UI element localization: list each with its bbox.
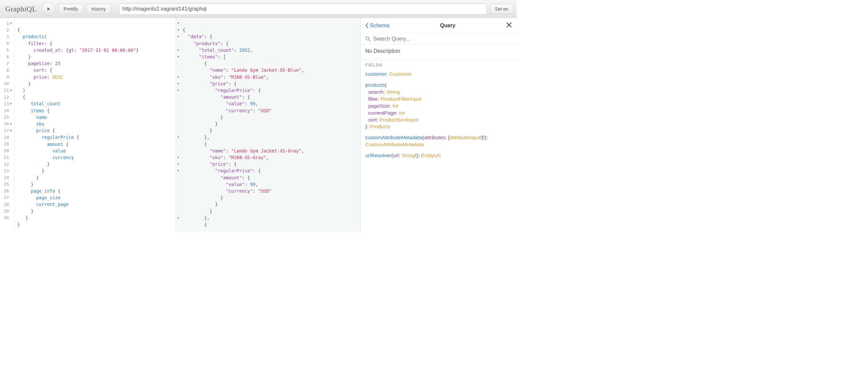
fold-marker-icon — [176, 201, 181, 208]
code-token: } — [28, 81, 31, 86]
line-number: 26 — [0, 188, 13, 194]
prettify-button[interactable]: Prettify — [58, 4, 83, 14]
fold-marker-icon — [176, 121, 181, 127]
json-token: , — [250, 48, 253, 53]
json-token: "data" — [188, 34, 204, 39]
code-token: current_page — [36, 202, 69, 207]
fold-marker-icon[interactable]: ▼ — [10, 22, 12, 25]
fold-marker-icon[interactable]: ▼ — [176, 33, 181, 40]
main-split: 1▼234567891011▼1213▼141516▼17▼1819202122… — [0, 18, 517, 232]
fold-marker-icon — [176, 100, 181, 107]
fold-marker-icon — [176, 174, 181, 181]
query-editor[interactable]: { products( filter: { created_at: {gt: "… — [14, 18, 176, 232]
fold-marker-icon[interactable]: ▼ — [176, 134, 181, 141]
code-token: } — [47, 161, 50, 167]
fold-marker-icon — [176, 107, 181, 114]
json-token: : { — [253, 168, 261, 173]
code-token: } — [136, 48, 139, 53]
doc-field-customattributemetadata[interactable]: customAttributeMetadata(attributes: [Att… — [365, 134, 512, 148]
svg-line-1 — [369, 39, 370, 41]
result-viewer[interactable]: { "data": { "products": { "total_count":… — [181, 18, 360, 232]
json-token: } — [210, 128, 212, 133]
fold-marker-icon[interactable]: ▼ — [10, 129, 12, 132]
doc-close-button[interactable] — [506, 21, 512, 30]
code-token: { — [50, 128, 55, 133]
fold-marker-icon — [176, 221, 181, 228]
field-punc: : — [396, 110, 399, 116]
fold-marker-icon[interactable]: ▼ — [176, 74, 181, 80]
line-number: 13▼ — [0, 100, 13, 107]
fold-marker-icon[interactable]: ▼ — [10, 89, 12, 92]
line-number: 28 — [0, 201, 13, 208]
graphiql-app: GraphiQL Prettify History Set en 1▼23456… — [0, 0, 517, 232]
type-name: String — [386, 89, 400, 95]
code-token: { — [74, 135, 80, 140]
json-token: "currency" — [226, 108, 253, 113]
fold-marker-icon[interactable]: ▼ — [176, 27, 181, 33]
json-token: : — [226, 67, 231, 73]
json-token: { — [204, 142, 207, 147]
json-token: "USD" — [258, 188, 272, 194]
json-token: , — [255, 182, 258, 187]
code-token: gt — [68, 48, 74, 53]
line-number: 18 — [0, 134, 13, 141]
code-token: page_info — [31, 188, 55, 194]
fold-marker-icon[interactable]: ▼ — [176, 168, 181, 174]
field-punc: !]!): — [480, 135, 488, 140]
line-number: 1▼ — [0, 20, 13, 27]
code-token: total_count — [31, 101, 60, 106]
arg-name: filter — [368, 96, 378, 102]
fold-marker-icon — [176, 181, 181, 188]
fold-marker-icon — [176, 148, 181, 154]
line-number: 21 — [0, 154, 13, 161]
json-token: : { — [204, 34, 212, 39]
doc-field-customer[interactable]: customer: Customer — [365, 71, 512, 78]
code-token: pageSize — [28, 61, 50, 66]
doc-search-input[interactable] — [373, 36, 512, 42]
doc-back-button[interactable]: Schema — [365, 23, 390, 29]
json-token: "regularPrice" — [215, 168, 253, 173]
code-token: } — [31, 182, 34, 187]
search-icon — [365, 36, 371, 41]
json-token: { — [204, 222, 207, 227]
field-punc: ( — [385, 82, 386, 88]
execute-button[interactable] — [42, 2, 55, 16]
fold-marker-icon[interactable]: ▼ — [10, 122, 12, 125]
code-token: { — [44, 108, 50, 113]
arg-name: search — [368, 89, 384, 95]
field-punc: !): — [415, 152, 421, 158]
fold-marker-icon[interactable]: ▼ — [176, 54, 181, 60]
fold-marker-icon[interactable]: ▼ — [176, 47, 181, 54]
json-token: : — [245, 101, 250, 106]
doc-field-products[interactable]: products( search: String filter: Product… — [365, 82, 512, 130]
fold-marker-icon[interactable]: ▼ — [176, 161, 181, 168]
code-token: 25 — [55, 61, 60, 66]
code-token: ) — [23, 88, 25, 93]
history-button[interactable]: History — [86, 4, 111, 14]
code-token: : { — [44, 67, 52, 73]
set-endpoint-button[interactable]: Set en — [490, 4, 514, 14]
fold-marker-icon[interactable]: ▼ — [176, 20, 181, 27]
doc-field-urlresolver[interactable]: urlResolver(url: String!): EntityUrl — [365, 152, 512, 159]
fold-marker-icon[interactable]: ▼ — [176, 80, 181, 87]
json-token: }, — [204, 215, 210, 220]
code-token: ( — [44, 34, 47, 39]
svg-point-0 — [366, 37, 369, 40]
fold-marker-icon[interactable]: ▼ — [176, 214, 181, 221]
json-token: }, — [204, 135, 210, 140]
json-token: : { — [220, 41, 228, 46]
fold-marker-icon[interactable]: ▼ — [176, 154, 181, 161]
fold-marker-icon[interactable]: ▼ — [10, 102, 12, 105]
code-token: : { — [44, 41, 52, 46]
fold-marker-icon[interactable]: ▼ — [176, 87, 181, 94]
code-token: { — [17, 27, 20, 33]
close-icon — [506, 22, 512, 28]
doc-description: No Description — [361, 45, 517, 59]
field-punc: : [ — [445, 135, 450, 140]
fold-marker-icon — [176, 188, 181, 194]
json-token: : — [245, 182, 250, 187]
json-token: } — [220, 195, 223, 200]
line-number: 7 — [0, 60, 13, 67]
json-token: } — [215, 121, 218, 126]
endpoint-input[interactable] — [119, 3, 487, 14]
